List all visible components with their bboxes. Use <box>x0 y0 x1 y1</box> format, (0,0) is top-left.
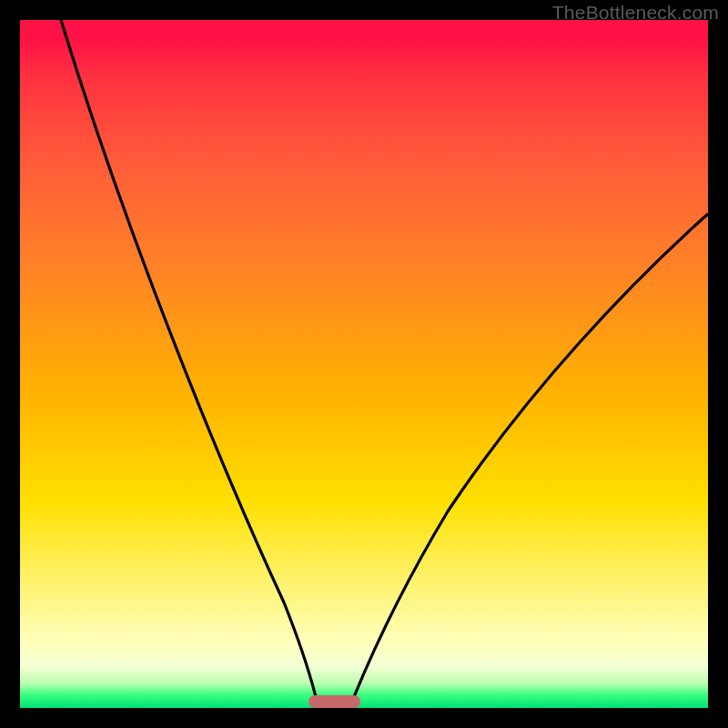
curves-layer <box>20 20 708 708</box>
optimal-range-marker <box>308 695 360 708</box>
watermark-text: TheBottleneck.com <box>552 2 719 24</box>
right-curve <box>349 214 708 708</box>
left-curve <box>61 20 318 708</box>
plot-frame <box>20 20 708 708</box>
